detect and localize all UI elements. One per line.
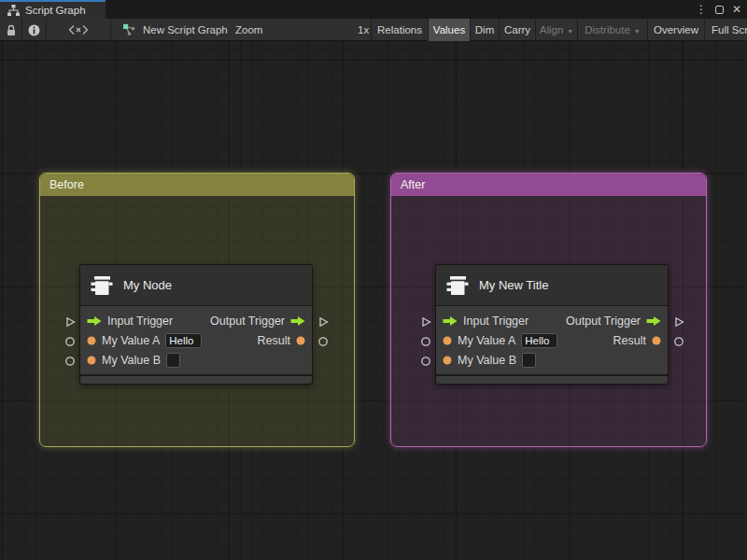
- toolbar: New Script Graph Zoom 1x Relations Value…: [0, 19, 747, 41]
- value-a-input[interactable]: [521, 333, 557, 348]
- result-port[interactable]: [673, 336, 684, 347]
- group-title: Before: [49, 178, 84, 191]
- value-b-input[interactable]: [522, 353, 536, 368]
- value-port-icon[interactable]: [296, 336, 305, 345]
- inspect-button[interactable]: [22, 19, 47, 41]
- value-b-port[interactable]: [420, 356, 431, 367]
- graph-breadcrumb: New Script Graph: [122, 19, 228, 41]
- node-row-value-b: My Value B: [436, 350, 668, 370]
- group-after-header[interactable]: After: [391, 174, 706, 196]
- graph-canvas[interactable]: Before After My Nod: [0, 41, 747, 560]
- value-b-port[interactable]: [64, 356, 76, 367]
- value-b-input[interactable]: [166, 353, 180, 368]
- distribute-dropdown[interactable]: Distribute ▼: [577, 19, 647, 41]
- toolbar-buttons: Relations Values Dim Carry Align ▼ Distr…: [371, 19, 747, 41]
- value-a-input[interactable]: [165, 333, 202, 348]
- result-port[interactable]: [317, 336, 329, 347]
- graph-name-label: New Script Graph: [143, 24, 228, 35]
- value-port-icon[interactable]: [652, 336, 661, 345]
- value-port-icon[interactable]: [87, 336, 96, 345]
- window-controls: ⋮ ✕: [696, 0, 745, 19]
- graph-asset-icon: [122, 23, 136, 36]
- zoom-value: 1x: [358, 19, 369, 41]
- relations-button[interactable]: Relations: [371, 19, 428, 41]
- zoom-label: Zoom: [235, 19, 262, 41]
- chevron-down-icon: ▼: [567, 28, 573, 35]
- tab-script-graph[interactable]: Script Graph: [0, 0, 106, 19]
- unit-node-icon: [446, 274, 469, 297]
- lock-button[interactable]: [0, 19, 22, 41]
- overview-button[interactable]: Overview: [647, 19, 704, 41]
- fullscreen-button[interactable]: Full Screen: [704, 19, 747, 41]
- code-preview-button[interactable]: [47, 19, 111, 41]
- chevron-down-icon: ▼: [634, 28, 641, 35]
- carry-button[interactable]: Carry: [499, 19, 535, 41]
- tab-title: Script Graph: [25, 5, 86, 16]
- maximize-icon[interactable]: [715, 6, 724, 14]
- node-row-value-a: My Value A Result: [436, 330, 668, 350]
- flow-out-port-icon[interactable]: [646, 315, 661, 327]
- node-header[interactable]: My New Title: [436, 265, 668, 306]
- input-trigger-port[interactable]: [64, 316, 76, 328]
- value-a-port[interactable]: [420, 336, 431, 347]
- value-port-icon[interactable]: [87, 356, 96, 365]
- flow-in-port-icon[interactable]: [443, 315, 458, 327]
- flow-out-port-icon[interactable]: [290, 315, 305, 327]
- node-footer: [80, 374, 312, 383]
- value-port-icon[interactable]: [443, 336, 452, 345]
- input-trigger-port[interactable]: [420, 316, 431, 328]
- node-body: Input Trigger Output Trigger My: [80, 306, 312, 374]
- info-icon: [28, 24, 40, 36]
- node-header[interactable]: My Node: [80, 265, 312, 306]
- node-footer: [436, 374, 668, 383]
- node-body: Input Trigger Output Trigger My: [436, 306, 668, 374]
- node-row-value-b: My Value B: [80, 350, 312, 370]
- flow-in-port-icon[interactable]: [87, 315, 102, 327]
- script-graph-window: Script Graph ⋮ ✕: [0, 0, 747, 560]
- lock-icon: [6, 24, 17, 36]
- node-title: My Node: [123, 278, 172, 292]
- node-row-value-a: My Value A Result: [80, 330, 312, 350]
- values-button[interactable]: Values: [428, 19, 470, 41]
- output-trigger-port[interactable]: [317, 316, 329, 328]
- value-a-port[interactable]: [64, 336, 76, 347]
- node-my-new-title[interactable]: My New Title Input Trigger Output Trigge…: [435, 264, 669, 385]
- tab-bar: Script Graph ⋮ ✕: [0, 0, 747, 19]
- menu-icon[interactable]: ⋮: [696, 0, 707, 19]
- align-dropdown[interactable]: Align ▼: [535, 19, 577, 41]
- group-before-header[interactable]: Before: [40, 174, 354, 196]
- code-brackets-icon: [68, 24, 89, 35]
- group-title: After: [401, 178, 425, 191]
- dim-button[interactable]: Dim: [470, 19, 499, 41]
- unit-node-icon: [91, 274, 113, 297]
- node-title: My New Title: [479, 278, 548, 292]
- value-port-icon[interactable]: [443, 356, 452, 365]
- node-my-node[interactable]: My Node Input Trigger Output Trigger: [79, 264, 313, 385]
- script-graph-icon: [7, 5, 20, 16]
- output-trigger-port[interactable]: [673, 316, 684, 328]
- node-row-triggers: Input Trigger Output Trigger: [80, 311, 312, 330]
- close-icon[interactable]: ✕: [732, 0, 741, 19]
- node-row-triggers: Input Trigger Output Trigger: [436, 311, 668, 330]
